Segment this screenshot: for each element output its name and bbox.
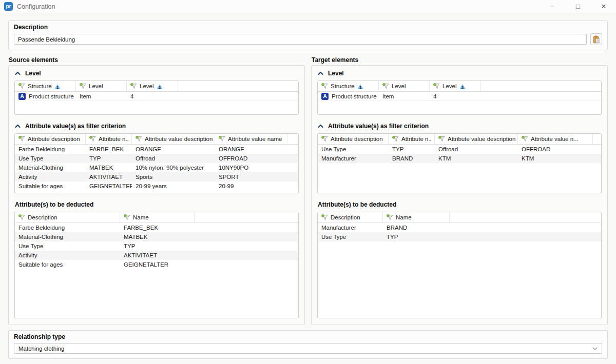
column-header-label: Description bbox=[28, 214, 57, 220]
cell-text: Suitable for ages bbox=[18, 183, 63, 189]
column-header-attribute-value-name[interactable]: Attribute value n... bbox=[518, 134, 593, 144]
table-cell: Use Type bbox=[318, 145, 389, 154]
cell-text: AKTIVITAET bbox=[124, 252, 157, 258]
relationship-type-select[interactable]: Matching clothing bbox=[14, 343, 602, 354]
cell-text: GEIGNETALTER bbox=[124, 261, 168, 268]
table-row[interactable]: Use TypeTYP bbox=[15, 241, 298, 251]
maximize-icon[interactable]: □ bbox=[574, 3, 582, 10]
source-level-table: Structure 1 Level Level 2 bbox=[14, 80, 299, 115]
relationship-type-label: Relationship type bbox=[14, 333, 602, 340]
table-row[interactable]: Suitable for agesGEIGNETALTER bbox=[15, 260, 298, 269]
column-header-label: Attribute n... bbox=[401, 136, 432, 142]
column-header-level[interactable]: Level bbox=[76, 81, 127, 91]
column-header-label: Level bbox=[442, 83, 457, 89]
cell-text: Manufacturer bbox=[321, 225, 356, 231]
column-header-attribute-value-description[interactable]: Attribute value description bbox=[132, 134, 215, 144]
column-header-label: Level bbox=[140, 83, 154, 89]
filter-icon[interactable] bbox=[136, 136, 142, 142]
section-title: Attribute value(s) as filter criterion bbox=[328, 123, 429, 130]
table-row[interactable]: Material-ClothingMATBEK bbox=[15, 232, 298, 241]
column-header-attribute-value-name[interactable]: Attribute value name bbox=[215, 134, 287, 144]
table-row[interactable]: Use TypeTYPOffroadOFFROAD bbox=[15, 154, 298, 163]
cell-text: FARBE_BEK bbox=[89, 146, 124, 152]
minimize-icon[interactable]: – bbox=[548, 3, 556, 10]
column-header-structure[interactable]: Structure 1 bbox=[15, 81, 76, 91]
table-row[interactable]: AProduct structureItem4 bbox=[15, 92, 298, 101]
table-cell: AKTIVITAET bbox=[86, 172, 132, 181]
target-level-section-header[interactable]: Level bbox=[318, 70, 602, 77]
cell-text: Farbe Bekleidung bbox=[18, 225, 65, 231]
source-panel: Level Structure 1 Level bbox=[8, 65, 305, 325]
column-header-description[interactable]: Description bbox=[15, 212, 120, 223]
table-row[interactable]: Suitable for agesGEIGNETALTER20-99 years… bbox=[15, 181, 298, 191]
filter-icon[interactable] bbox=[89, 136, 96, 142]
filter-icon[interactable] bbox=[18, 83, 25, 89]
table-header-row: Description Name bbox=[318, 212, 601, 223]
filter-icon[interactable] bbox=[321, 136, 328, 142]
cell-text: FARBE_BEK bbox=[124, 225, 158, 231]
cell-text: TYP bbox=[124, 243, 135, 249]
filter-icon[interactable] bbox=[80, 83, 86, 89]
table-row[interactable]: ActivityAKTIVITAET bbox=[15, 251, 298, 260]
table-row[interactable]: Material-ClothingMATBEK10% nylon, 90% po… bbox=[15, 163, 298, 172]
column-header-level-number[interactable]: Level 2 bbox=[430, 81, 481, 91]
sort-ascending-icon: 1 bbox=[357, 84, 364, 89]
paste-button[interactable] bbox=[590, 33, 602, 45]
filter-icon[interactable] bbox=[433, 83, 440, 89]
filter-icon[interactable] bbox=[130, 83, 137, 89]
table-row[interactable]: Use TypeTYP bbox=[318, 232, 601, 241]
filter-icon[interactable] bbox=[392, 136, 399, 142]
column-header-attribute-name[interactable]: Attribute n... bbox=[389, 134, 435, 144]
cell-text: KTM bbox=[522, 155, 534, 161]
filter-icon[interactable] bbox=[18, 214, 25, 220]
target-elements-title: Target elements bbox=[312, 56, 608, 64]
column-header-name[interactable]: Name bbox=[383, 212, 450, 223]
column-header-attribute-value-description[interactable]: Attribute value description bbox=[435, 134, 518, 144]
table-row[interactable]: ManufacturerBRAND bbox=[318, 223, 601, 232]
table-cell: Farbe Bekleidung bbox=[15, 145, 86, 154]
filter-icon[interactable] bbox=[321, 83, 328, 89]
column-header-attribute-description[interactable]: Attribute description bbox=[318, 134, 389, 144]
column-header-structure[interactable]: Structure 1 bbox=[318, 81, 379, 91]
table-header-row: Attribute description Attribute n... Att… bbox=[318, 134, 601, 145]
column-header-label: Structure bbox=[331, 83, 355, 89]
column-header-filler bbox=[195, 212, 298, 223]
table-row[interactable]: Farbe BekleidungFARBE_BEKORANGEORANGE bbox=[15, 145, 298, 154]
cell-text: Activity bbox=[18, 174, 37, 180]
table-cell: FARBE_BEK bbox=[120, 223, 195, 232]
column-header-attribute-description[interactable]: Attribute description bbox=[15, 134, 86, 144]
collapse-icon[interactable] bbox=[15, 71, 21, 75]
column-header-description[interactable]: Description bbox=[318, 212, 383, 223]
filter-icon[interactable] bbox=[382, 83, 389, 89]
column-header-level-number[interactable]: Level 2 bbox=[127, 81, 178, 91]
table-row[interactable]: ManufacturerBRANDKTMKTM bbox=[318, 154, 601, 163]
source-filter-section-header[interactable]: Attribute value(s) as filter criterion bbox=[15, 123, 299, 130]
description-input[interactable] bbox=[14, 34, 587, 45]
filter-icon[interactable] bbox=[124, 214, 130, 220]
cell-text: Offroad bbox=[438, 146, 458, 152]
column-header-level[interactable]: Level bbox=[379, 81, 430, 91]
sort-ascending-icon: 1 bbox=[54, 84, 61, 89]
source-level-section-header[interactable]: Level bbox=[15, 70, 299, 77]
close-icon[interactable]: ✕ bbox=[600, 3, 608, 10]
filter-icon[interactable] bbox=[522, 136, 528, 142]
column-header-filler bbox=[481, 81, 601, 91]
table-row[interactable]: ActivityAKTIVITAETSportsSPORT bbox=[15, 172, 298, 181]
collapse-icon[interactable] bbox=[318, 71, 323, 75]
filter-icon[interactable] bbox=[321, 214, 328, 220]
table-row[interactable]: AProduct structureItem4 bbox=[318, 92, 601, 101]
cell-text: Suitable for ages bbox=[18, 261, 63, 268]
filter-icon[interactable] bbox=[387, 214, 393, 220]
cell-text: 10% nylon, 90% polyester bbox=[136, 165, 204, 171]
table-row[interactable]: Use TypeTYPOffroadOFFROAD bbox=[318, 145, 601, 154]
filter-icon[interactable] bbox=[438, 136, 445, 142]
table-cell: Offroad bbox=[435, 145, 518, 154]
filter-icon[interactable] bbox=[219, 136, 225, 142]
collapse-icon[interactable] bbox=[15, 124, 21, 128]
collapse-icon[interactable] bbox=[318, 124, 323, 128]
filter-icon[interactable] bbox=[18, 136, 25, 142]
column-header-name[interactable]: Name bbox=[120, 212, 195, 223]
table-row[interactable]: Farbe BekleidungFARBE_BEK bbox=[15, 223, 298, 232]
target-filter-section-header[interactable]: Attribute value(s) as filter criterion bbox=[318, 123, 602, 130]
column-header-attribute-name[interactable]: Attribute n... bbox=[86, 134, 132, 144]
